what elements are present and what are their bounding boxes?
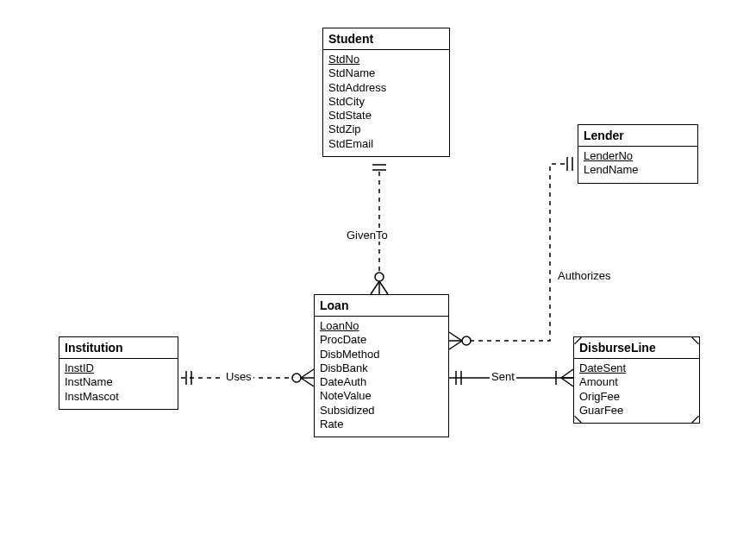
rel-uses: Uses [224,370,253,383]
entity-attrs: LenderNo LendName [578,147,697,183]
svg-line-6 [379,281,388,294]
attr: DisbMethod [320,348,443,361]
svg-line-26 [449,341,462,349]
attr: StdCity [328,95,444,109]
entity-attrs: LoanNo ProcDate DisbMethod DisbBank Date… [315,317,448,437]
svg-point-10 [292,374,301,382]
svg-line-20 [561,378,573,386]
entity-title: Lender [578,125,697,147]
svg-point-3 [375,273,384,281]
attr: InstName [65,375,172,389]
svg-line-13 [301,378,314,386]
entity-loan: Loan LoanNo ProcDate DisbMethod DisbBank… [314,294,449,437]
attr: LoanNo [320,319,443,333]
svg-line-11 [301,369,314,378]
entity-title: Institution [59,337,178,359]
entity-student: Student StdNo StdName StdAddress StdCity… [322,28,450,157]
attr: GuarFee [579,404,694,418]
attr: NoteValue [320,389,443,403]
entity-title: Student [323,28,449,50]
svg-line-4 [371,281,379,294]
attr: Subsidized [320,404,443,418]
svg-line-18 [561,369,573,378]
attr: StdZip [328,123,444,136]
entity-disburseline: DisburseLine DateSent Amount OrigFee Gua… [573,336,700,424]
rel-given-to: GivenTo [345,229,390,242]
entity-attrs: InstID InstName InstMascot [59,359,178,409]
rel-authorizes: Authorizes [556,269,612,282]
entity-institution: Institution InstID InstName InstMascot [59,336,178,410]
attr: Amount [579,375,694,389]
attr: Rate [320,418,443,431]
attr: ProcDate [320,333,443,347]
attr: LenderNo [584,149,692,163]
attr: LendName [584,163,692,177]
entity-title: DisburseLine [574,337,699,359]
attr: DisbBank [320,361,443,375]
entity-attrs: StdNo StdName StdAddress StdCity StdStat… [323,50,449,156]
attr: OrigFee [579,390,694,404]
attr: InstMascot [65,390,172,404]
entity-lender: Lender LenderNo LendName [578,124,698,184]
attr: StdNo [328,53,444,66]
entity-attrs: DateSent Amount OrigFee GuarFee [574,359,699,423]
attr: StdAddress [328,81,444,95]
attr: StdEmail [328,137,444,151]
attr: StdName [328,66,444,80]
attr: StdState [328,109,444,123]
rel-sent: Sent [490,370,516,383]
entity-title: Loan [315,295,448,317]
svg-point-23 [462,336,471,345]
svg-line-24 [449,332,462,341]
attr: InstID [65,361,172,375]
attr: DateAuth [320,375,443,389]
attr: DateSent [579,361,694,375]
